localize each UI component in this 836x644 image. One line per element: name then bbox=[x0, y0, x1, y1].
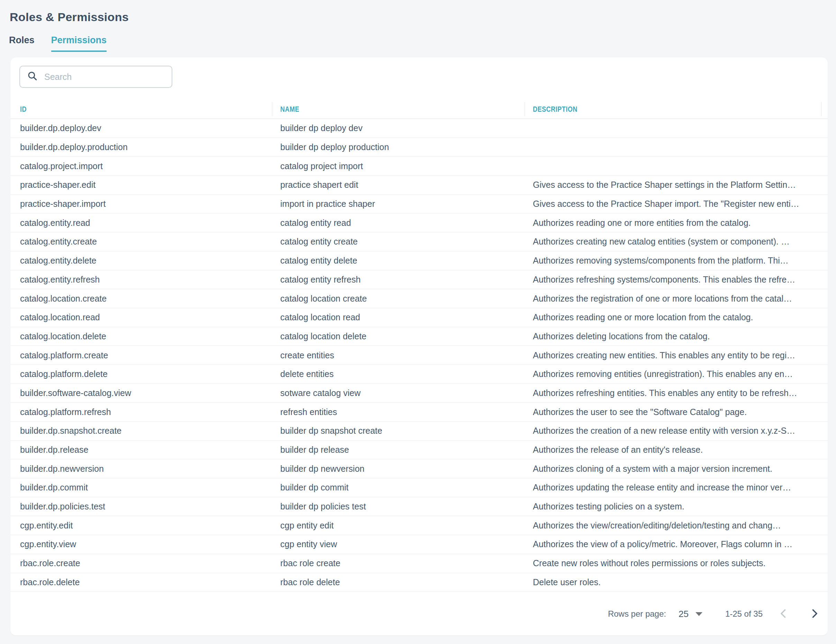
rows-per-page-value: 25 bbox=[679, 609, 689, 620]
cell-description: Gives access to the Practice Shaper sett… bbox=[524, 180, 828, 190]
cell-name: builder dp snapshot create bbox=[272, 426, 524, 436]
tab-permissions[interactable]: Permissions bbox=[51, 35, 107, 52]
page-title: Roles & Permissions bbox=[0, 0, 836, 24]
table-row[interactable]: practice-shaper.import import in practic… bbox=[10, 195, 828, 214]
cell-id: catalog.project.import bbox=[10, 161, 272, 171]
cell-description: Authorizes creating new entities. This e… bbox=[524, 351, 828, 360]
table-row[interactable]: catalog.entity.delete catalog entity del… bbox=[10, 251, 828, 271]
cell-name: refresh entities bbox=[272, 407, 524, 417]
table-row[interactable]: builder.dp.commit builder dp commit Auth… bbox=[10, 478, 828, 497]
cell-description: Authorizes cloning of a system with a ma… bbox=[524, 464, 828, 474]
cell-name: catalog location delete bbox=[272, 331, 524, 341]
cell-name: cgp entity edit bbox=[272, 520, 524, 531]
cell-name: catalog project import bbox=[272, 161, 524, 171]
search-icon bbox=[27, 70, 38, 83]
cell-name: practice shapert edit bbox=[272, 180, 524, 190]
cell-description: Authorizes creating new catalog entities… bbox=[524, 236, 828, 246]
table-row[interactable]: builder.dp.deploy.production builder dp … bbox=[10, 138, 828, 157]
table-row[interactable]: catalog.platform.delete delete entities … bbox=[10, 365, 828, 384]
table-row[interactable]: catalog.platform.create create entities … bbox=[10, 346, 828, 365]
cell-id: rbac.role.delete bbox=[10, 577, 272, 587]
table-row[interactable]: catalog.entity.read catalog entity read … bbox=[10, 214, 828, 232]
cell-id: catalog.entity.create bbox=[10, 236, 272, 246]
cell-id: catalog.location.read bbox=[10, 312, 272, 322]
cell-id: catalog.platform.refresh bbox=[10, 407, 272, 417]
cell-id: builder.dp.snapshot.create bbox=[10, 426, 272, 436]
caret-down-icon bbox=[696, 612, 702, 616]
chevron-left-icon bbox=[777, 607, 790, 621]
table-row[interactable]: builder.dp.snapshot.create builder dp sn… bbox=[10, 422, 828, 441]
cell-name: catalog entity read bbox=[272, 218, 524, 228]
cell-description: Authorizes deleting locations from the c… bbox=[524, 331, 828, 341]
cell-name: catalog location read bbox=[272, 312, 524, 322]
cell-description: Authorizes refreshing systems/components… bbox=[524, 275, 828, 285]
cell-name: rbac role delete bbox=[272, 577, 524, 587]
cell-id: catalog.entity.refresh bbox=[10, 275, 272, 285]
cell-description: Authorizes the user to see the "Software… bbox=[524, 407, 828, 417]
cell-name: sotware catalog view bbox=[272, 388, 524, 398]
cell-name: rbac role create bbox=[272, 558, 524, 568]
search-box[interactable] bbox=[20, 66, 172, 88]
cell-id: cgp.entity.edit bbox=[10, 520, 272, 531]
cell-id: builder.dp.newversion bbox=[10, 464, 272, 474]
cell-description: Gives access to the Practice Shaper impo… bbox=[524, 199, 828, 209]
table-row[interactable]: catalog.location.delete catalog location… bbox=[10, 327, 828, 346]
cell-name: builder dp deploy production bbox=[272, 142, 524, 152]
table-row[interactable]: catalog.entity.create catalog entity cre… bbox=[10, 232, 828, 251]
cell-description: Authorizes the release of an entity's re… bbox=[524, 445, 828, 455]
cell-name: builder dp release bbox=[272, 445, 524, 455]
table-row[interactable]: catalog.location.read catalog location r… bbox=[10, 308, 828, 327]
table-row[interactable]: cgp.entity.view cgp entity view Authoriz… bbox=[10, 535, 828, 554]
cell-id: catalog.entity.read bbox=[10, 218, 272, 228]
cell-id: builder.dp.commit bbox=[10, 483, 272, 492]
cell-description: Create new roles without roles permissio… bbox=[524, 558, 828, 568]
cell-id: builder.software-catalog.view bbox=[10, 388, 272, 398]
column-header-description[interactable]: DESCRIPTION bbox=[524, 105, 828, 114]
rows-per-page-select[interactable]: 25 bbox=[679, 609, 702, 620]
next-page-button[interactable] bbox=[804, 603, 825, 624]
cell-name: cgp entity view bbox=[272, 539, 524, 549]
cell-id: cgp.entity.view bbox=[10, 539, 272, 549]
cell-name: builder dp deploy dev bbox=[272, 123, 524, 133]
previous-page-button[interactable] bbox=[773, 603, 794, 624]
cell-description: Authorizes the view/creation/editing/del… bbox=[524, 520, 828, 531]
tab-bar: Roles Permissions bbox=[9, 35, 836, 52]
table-row[interactable]: rbac.role.delete rbac role delete Delete… bbox=[10, 573, 828, 592]
cell-name: builder dp newversion bbox=[272, 464, 524, 474]
table-row[interactable]: builder.software-catalog.view sotware ca… bbox=[10, 384, 828, 403]
cell-id: practice-shaper.edit bbox=[10, 180, 272, 190]
cell-id: catalog.entity.delete bbox=[10, 256, 272, 266]
cell-description: Authorizes the registration of one or mo… bbox=[524, 293, 828, 304]
cell-description: Authorizes the view of a policy/metric. … bbox=[524, 539, 828, 549]
rows-per-page-label: Rows per page: bbox=[608, 609, 666, 619]
table-row[interactable]: builder.dp.policies.test builder dp poli… bbox=[10, 497, 828, 516]
tab-roles[interactable]: Roles bbox=[9, 35, 34, 52]
table-row[interactable]: builder.dp.newversion builder dp newvers… bbox=[10, 459, 828, 478]
cell-description: Authorizes reading one or more location … bbox=[524, 312, 828, 322]
cell-name: catalog entity delete bbox=[272, 256, 524, 266]
column-header-id[interactable]: ID bbox=[10, 105, 272, 114]
cell-name: builder dp commit bbox=[272, 483, 524, 492]
cell-name: builder dp policies test bbox=[272, 502, 524, 512]
cell-description: Authorizes updating the release entity a… bbox=[524, 483, 828, 492]
table-row[interactable]: practice-shaper.edit practice shapert ed… bbox=[10, 176, 828, 195]
table-row[interactable]: builder.dp.deploy.dev builder dp deploy … bbox=[10, 119, 828, 138]
pagination-range: 1-25 of 35 bbox=[725, 609, 763, 619]
table-row[interactable]: rbac.role.create rbac role create Create… bbox=[10, 554, 828, 573]
chevron-right-icon bbox=[808, 607, 821, 621]
cell-id: catalog.location.create bbox=[10, 293, 272, 304]
column-header-name[interactable]: NAME bbox=[272, 105, 524, 114]
cell-description: Authorizes refreshing entities. This ena… bbox=[524, 388, 828, 398]
table-row[interactable]: catalog.location.create catalog location… bbox=[10, 289, 828, 308]
table-row[interactable]: builder.dp.release builder dp release Au… bbox=[10, 441, 828, 460]
table-row[interactable]: cgp.entity.edit cgp entity edit Authoriz… bbox=[10, 516, 828, 535]
cell-name: create entities bbox=[272, 351, 524, 360]
cell-name: delete entities bbox=[272, 369, 524, 379]
pagination-bar: Rows per page: 25 1-25 of 35 bbox=[10, 592, 828, 635]
cell-name: catalog location create bbox=[272, 293, 524, 304]
table-row[interactable]: catalog.platform.refresh refresh entitie… bbox=[10, 403, 828, 422]
table-row[interactable]: catalog.project.import catalog project i… bbox=[10, 157, 828, 176]
column-separator bbox=[821, 102, 821, 116]
table-row[interactable]: catalog.entity.refresh catalog entity re… bbox=[10, 271, 828, 290]
search-input[interactable] bbox=[44, 72, 165, 82]
